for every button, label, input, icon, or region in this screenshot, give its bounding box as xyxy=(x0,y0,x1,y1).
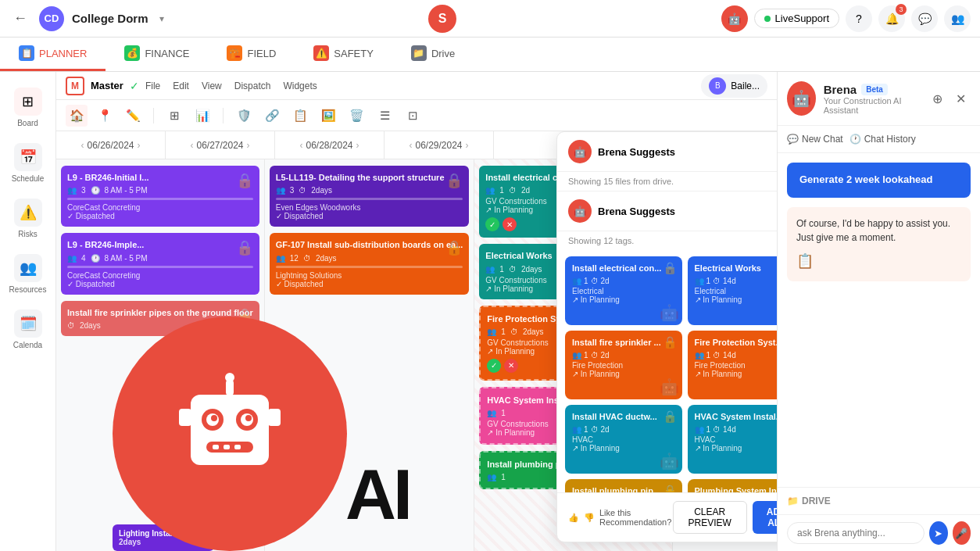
finance-icon: 💰 xyxy=(124,45,140,61)
menu-view[interactable]: View xyxy=(202,81,222,91)
sidebar-item-schedule[interactable]: 📅 Schedule xyxy=(0,137,55,189)
user-name: Baile... xyxy=(731,81,760,91)
prev-arrow-1[interactable]: ‹ xyxy=(80,140,84,151)
task-company: CoreCast Concreting xyxy=(67,203,253,212)
next-arrow-2[interactable]: › xyxy=(247,140,250,151)
suggestion-card-3[interactable]: Install fire sprinkler ... 👥1⏱2d Fire Pr… xyxy=(565,331,682,399)
sidebar-item-resources[interactable]: 👥 Resources xyxy=(0,248,55,300)
scard-meta: 👥1⏱2d xyxy=(572,425,675,434)
workers-count: 3 xyxy=(81,186,86,195)
expand-toolbar-btn[interactable]: ⊡ xyxy=(402,105,424,127)
like-label: Like this Recommendation? xyxy=(599,508,673,527)
suggestion-card-6[interactable]: HVAC System Instal... 👥1⏱14d HVAC ↗ In P… xyxy=(688,405,778,474)
chevron-down-icon: ▾ xyxy=(159,13,164,24)
menu-file[interactable]: File xyxy=(145,81,160,91)
nav-safety[interactable]: ⚠️ SAFETY xyxy=(295,38,392,71)
toolbar: 🏠 📍 ✏️ ⊞ 📊 🛡️ 🔗 📋 🖼️ 🗑️ ☰ ⊡ xyxy=(56,100,777,131)
shield-toolbar-btn[interactable]: 🛡️ xyxy=(233,105,255,127)
send-button[interactable]: ➤ xyxy=(929,521,948,545)
table-toolbar-btn[interactable]: 📊 xyxy=(191,105,213,127)
task-card[interactable]: L9 - BR246-Initial I... 👥 3 🕐 8 AM - 5 P… xyxy=(61,166,259,227)
schedule-icon: 📅 xyxy=(14,143,42,171)
thumbs-down-icon[interactable]: 👎 xyxy=(584,513,595,523)
task-progress xyxy=(67,266,253,268)
suggestion-card-4[interactable]: Fire Protection Syst... 👥1⏱14d Fire Prot… xyxy=(688,331,778,399)
mic-button[interactable]: 🎤 xyxy=(953,521,971,545)
expand-icon[interactable]: ⊕ xyxy=(927,88,947,109)
date-3: 06/28/2024 xyxy=(306,140,352,151)
next-arrow-4[interactable]: › xyxy=(466,140,469,151)
link-toolbar-btn[interactable]: 🔗 xyxy=(261,105,283,127)
notification-icon[interactable]: 🔔 3 xyxy=(878,5,905,32)
copy-toolbar-btn[interactable]: 📋 xyxy=(289,105,311,127)
nav-drive[interactable]: 📁 Drive xyxy=(392,38,474,71)
sidebar-calendar-label: Calenda xyxy=(13,341,42,349)
chat-input-row: ➤ 🎤 xyxy=(778,514,980,551)
task-card[interactable]: L5-LL119- Detailing the support structur… xyxy=(270,166,470,227)
content-area: ‹ 06/26/2024 › ‹ 06/27/2024 › ‹ 06/28/20… xyxy=(56,131,777,551)
menu-dispatch[interactable]: Dispatch xyxy=(234,81,271,91)
task-card-lighting[interactable]: Lighting Installation 2days xyxy=(113,524,214,551)
new-chat-icon: 💬 xyxy=(787,134,799,145)
master-bar: M Master ✓ File Edit View Dispatch Widge… xyxy=(56,72,777,100)
users-icon[interactable]: 👥 xyxy=(944,5,971,32)
suggestion-card-1[interactable]: Install electrical con... 👥1⏱2d Electric… xyxy=(565,256,682,325)
scard-status: ↗ In Planning xyxy=(695,444,778,453)
task-card[interactable]: L9 - BR246-Imple... 👥4 🕐8 AM - 5 PM Core… xyxy=(61,233,259,294)
help-icon[interactable]: ? xyxy=(846,5,872,32)
suggestion-card-5[interactable]: Install HVAC ductw... 👥1⏱2d HVAC ↗ In Pl… xyxy=(565,405,682,474)
scard-title: Install plumbing pip... xyxy=(572,486,675,492)
task-card[interactable]: Install fire sprinkler pipes on the grou… xyxy=(61,301,259,336)
home-toolbar-btn[interactable]: 🏠 xyxy=(66,105,88,127)
generate-lookahead-button[interactable]: Generate 2 week lookahead xyxy=(787,163,971,198)
nav-finance-label: FINANCE xyxy=(145,48,189,59)
add-all-button[interactable]: ADD ALL xyxy=(753,501,777,534)
clear-preview-button[interactable]: CLEAR PREVIEW xyxy=(673,501,747,534)
delete-toolbar-btn[interactable]: 🗑️ xyxy=(345,105,367,127)
messages-icon[interactable]: 💬 xyxy=(911,5,938,32)
nav-safety-label: SAFETY xyxy=(334,48,374,59)
sidebar-item-risks[interactable]: ⚠️ Risks xyxy=(0,192,55,245)
robot-icon[interactable]: 🤖 xyxy=(721,5,748,32)
thumbs-up-icon[interactable]: 👍 xyxy=(568,513,579,523)
chat-message: Of course, I'd be happy to assist you. J… xyxy=(787,207,971,281)
scard-title: Fire Protection Syst... xyxy=(695,338,778,347)
new-chat-link[interactable]: 💬 New Chat xyxy=(787,134,843,145)
prev-arrow-2[interactable]: ‹ xyxy=(190,140,193,151)
grid-toolbar-btn[interactable]: ⊞ xyxy=(163,105,185,127)
scard-tag: HVAC xyxy=(695,435,778,444)
nav-field[interactable]: 🏗️ FIELD xyxy=(208,38,295,71)
clock-icon: 🕐 xyxy=(91,186,100,195)
chat-history-link[interactable]: 🕐 Chat History xyxy=(849,134,916,145)
chat-input[interactable] xyxy=(787,522,925,544)
suggestion-card-2[interactable]: Electrical Works 👥1⏱14d Electrical ↗ In … xyxy=(688,256,778,325)
suggestion-card-7[interactable]: Install plumbing pip... 👥1⏱2d Plumbing 🔒… xyxy=(565,479,682,492)
nav-finance[interactable]: 💰 FINANCE xyxy=(106,38,208,71)
scard-title: Install fire sprinkler ... xyxy=(572,338,675,347)
prev-arrow-3[interactable]: ‹ xyxy=(299,140,302,151)
scard-title: Install electrical con... xyxy=(572,263,675,273)
task-meta: 👥4 🕐8 AM - 5 PM xyxy=(67,254,253,263)
suggestion-card-8[interactable]: Plumbing System In... 👥1⏱14d Plumbing 🔒 … xyxy=(688,479,778,492)
field-icon: 🏗️ xyxy=(227,45,242,61)
nav-bar: 📋 PLANNER 💰 FINANCE 🏗️ FIELD ⚠️ SAFETY 📁… xyxy=(0,38,980,72)
live-support-button[interactable]: LiveSupport xyxy=(754,9,839,28)
task-card[interactable]: GF-107 Install sub-distribution boards o… xyxy=(270,233,470,294)
close-icon[interactable]: ✕ xyxy=(950,88,971,109)
list-toolbar-btn[interactable]: ☰ xyxy=(374,105,395,127)
image-toolbar-btn[interactable]: 🖼️ xyxy=(317,105,339,127)
edit-toolbar-btn[interactable]: ✏️ xyxy=(122,105,144,127)
marker-toolbar-btn[interactable]: 📍 xyxy=(94,105,116,127)
menu-widgets[interactable]: Widgets xyxy=(283,81,317,91)
next-arrow-3[interactable]: › xyxy=(356,140,359,151)
back-button[interactable]: ← xyxy=(9,8,31,30)
sidebar-item-calendar[interactable]: 🗓️ Calenda xyxy=(0,303,55,356)
menu-edit[interactable]: Edit xyxy=(173,81,189,91)
sidebar-item-board[interactable]: ⊞ Board xyxy=(0,81,55,134)
copy-message-icon[interactable]: 📋 xyxy=(796,251,961,272)
prev-arrow-4[interactable]: ‹ xyxy=(409,140,412,151)
next-arrow-1[interactable]: › xyxy=(138,140,141,151)
sidebar-risks-label: Risks xyxy=(18,230,37,238)
nav-planner[interactable]: 📋 PLANNER xyxy=(0,38,106,71)
live-support-label: LiveSupport xyxy=(775,13,829,24)
